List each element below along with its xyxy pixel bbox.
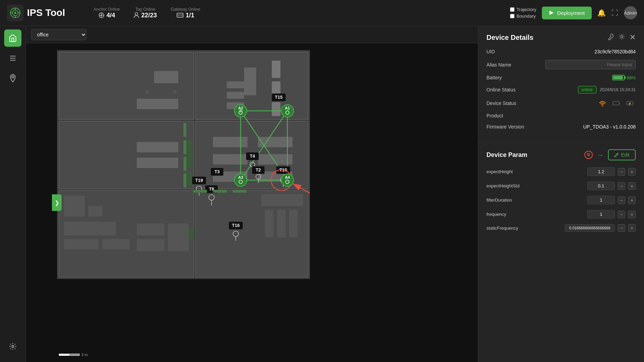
header-right: Trajectory Boundary Deployment 🔔 ⛶ Admin: [510, 6, 637, 19]
svg-marker-19: [549, 11, 554, 15]
param-value-group-filterduration: 1 − +: [545, 196, 636, 204]
sidebar-item-location[interactable]: [4, 70, 21, 87]
param-value-group-staticfrequency: 0.016666666666666666 − +: [545, 224, 636, 232]
online-status-badge: online: [578, 86, 597, 94]
svg-rect-61: [189, 227, 194, 241]
battery-fill: [613, 76, 623, 79]
expand-icon[interactable]: ⛶: [611, 9, 618, 17]
device-status-label: Device Status: [486, 100, 542, 106]
firmware-row: Firmware Version UP_TDOA3 - v1.0.0.208: [486, 124, 636, 130]
param-increment-staticfrequency[interactable]: +: [628, 224, 636, 232]
device-status-icons: ⚡: [545, 99, 636, 107]
svg-rect-131: [633, 103, 634, 104]
svg-rect-37: [272, 61, 280, 78]
sidebar-item-list[interactable]: [4, 50, 21, 67]
boundary-checkbox[interactable]: Boundary: [510, 14, 536, 19]
edit-button[interactable]: Edit: [608, 149, 636, 160]
device-details-title: Device Details: [486, 34, 534, 42]
param-decrement-staticfrequency[interactable]: −: [618, 224, 625, 232]
param-increment-frequency[interactable]: +: [628, 211, 636, 218]
deploy-button[interactable]: Deployment: [542, 7, 592, 19]
battery-indicator: 88%: [545, 75, 636, 80]
close-panel-button[interactable]: ✕: [629, 33, 636, 42]
svg-point-13: [135, 12, 138, 15]
tag-stat: Tag Online 22/23: [134, 7, 157, 19]
svg-rect-36: [244, 68, 256, 95]
param-row-staticfrequency: staticFrequency 0.016666666666666666 − +: [486, 224, 636, 232]
avatar[interactable]: Admin: [624, 6, 637, 19]
svg-rect-32: [154, 71, 178, 83]
uid-row: UID 23c9cfe78520bd84: [486, 49, 636, 54]
main-layout: office: [0, 26, 644, 362]
expand-panel-button[interactable]: ❯: [52, 194, 62, 211]
battery-bar: [612, 75, 625, 80]
boundary-checkbox-input[interactable]: [510, 14, 515, 18]
svg-rect-128: [613, 101, 619, 105]
battery-row: Battery 88%: [486, 75, 636, 80]
param-row-expectheightstd: expectHeightStd 0.1 − +: [486, 182, 636, 190]
sidebar-bottom: [4, 338, 21, 359]
svg-point-127: [602, 106, 603, 107]
param-decrement-filterduration[interactable]: −: [618, 196, 625, 204]
svg-rect-125: [233, 190, 247, 193]
param-decrement-expectheight[interactable]: −: [618, 168, 625, 176]
device-status-row: Device Status ⚡: [486, 99, 636, 107]
device-param-section: Device Param ② → Edit expectHeight 1.2 −…: [478, 142, 644, 244]
param-increment-filterduration[interactable]: +: [628, 196, 636, 204]
settings-icon[interactable]: [4, 338, 21, 355]
param-decrement-frequency[interactable]: −: [618, 211, 625, 218]
param-value-frequency: 1: [587, 210, 615, 219]
svg-point-126: [621, 36, 623, 38]
svg-rect-39: [272, 102, 280, 116]
scale-line: [59, 354, 80, 356]
param-row-expectheight: expectHeight 1.2 − +: [486, 167, 636, 176]
svg-rect-43: [137, 142, 178, 152]
svg-text:A4: A4: [285, 175, 290, 179]
online-time: 2024/8/16 15:24:31: [600, 87, 636, 92]
svg-point-17: [180, 15, 181, 16]
tag-value: 22/23: [134, 12, 157, 19]
svg-rect-55: [64, 222, 116, 236]
config-icon[interactable]: [618, 33, 625, 42]
param-label-expectheight: expectHeight: [486, 169, 542, 174]
firmware-value: UP_TDOA3 - v1.0.0.208: [545, 124, 636, 130]
map-area: office: [26, 26, 478, 362]
svg-point-35: [173, 90, 177, 94]
svg-rect-53: [64, 196, 85, 217]
param-decrement-expectheightstd[interactable]: −: [618, 182, 625, 190]
param-label-expectheightstd: expectHeightStd: [486, 183, 542, 188]
alias-input[interactable]: [545, 60, 636, 69]
svg-rect-58: [137, 223, 164, 236]
svg-rect-65: [289, 210, 298, 237]
param-value-group-frequency: 1 − +: [545, 210, 636, 219]
svg-point-8: [100, 14, 102, 16]
device-details-section: Device Details ✕ UID 23c9cfe78520bd84: [478, 26, 644, 142]
svg-rect-28: [59, 121, 194, 189]
floor-select[interactable]: office: [31, 29, 87, 40]
svg-rect-57: [102, 239, 130, 249]
online-status-label: Online Status: [486, 87, 542, 92]
svg-point-16: [178, 15, 179, 16]
svg-rect-40: [227, 81, 244, 88]
tools-icon[interactable]: [607, 33, 614, 42]
svg-rect-59: [137, 239, 164, 251]
param-increment-expectheightstd[interactable]: +: [628, 182, 636, 190]
header: IPS Tool Anchor Online 4/4 Tag Online 22…: [0, 0, 644, 26]
header-stats: Anchor Online 4/4 Tag Online 22/23 Gatew…: [93, 7, 500, 19]
battery-percentage: 88%: [627, 75, 636, 80]
sidebar-item-home[interactable]: [4, 29, 21, 47]
uid-label: UID: [486, 49, 542, 54]
param-increment-expectheight[interactable]: +: [628, 168, 636, 176]
trajectory-checkbox[interactable]: Trajectory: [510, 7, 536, 12]
param-header-right: ② → Edit: [584, 149, 636, 160]
svg-rect-60: [168, 223, 189, 251]
svg-rect-123: [193, 190, 207, 193]
trajectory-checkbox-input[interactable]: [510, 7, 515, 12]
svg-point-2: [14, 12, 16, 14]
svg-rect-121: [184, 157, 186, 171]
param-label-staticfrequency: staticFrequency: [486, 226, 542, 231]
svg-point-34: [145, 90, 149, 94]
bell-icon[interactable]: 🔔: [597, 9, 606, 17]
gateway-label: Gateway Online: [171, 7, 200, 12]
app-title: IPS Tool: [27, 7, 65, 18]
